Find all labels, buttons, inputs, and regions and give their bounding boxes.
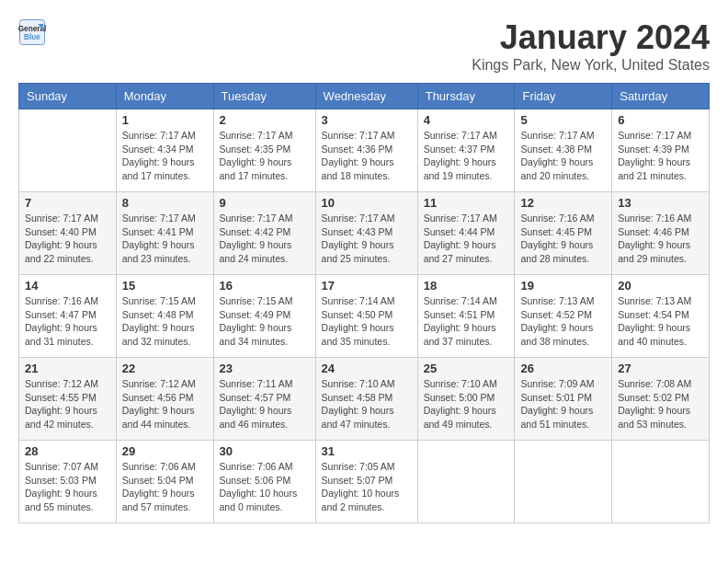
day-info: Sunrise: 7:13 AMSunset: 4:54 PMDaylight:… — [618, 294, 703, 349]
day-number: 22 — [122, 362, 208, 375]
day-number: 15 — [122, 279, 208, 293]
col-tuesday: Tuesday — [213, 84, 315, 109]
svg-text:Blue: Blue — [24, 33, 40, 41]
day-info: Sunrise: 7:17 AMSunset: 4:37 PMDaylight:… — [424, 129, 509, 183]
day-number: 28 — [25, 444, 110, 458]
day-number: 6 — [618, 113, 703, 127]
day-number: 4 — [424, 113, 509, 127]
calendar-cell: 15Sunrise: 7:15 AMSunset: 4:48 PMDayligh… — [116, 275, 213, 358]
logo: General Blue — [18, 18, 46, 46]
calendar-cell: 21Sunrise: 7:12 AMSunset: 4:55 PMDayligh… — [19, 358, 117, 441]
day-number: 3 — [322, 113, 412, 127]
calendar-cell: 11Sunrise: 7:17 AMSunset: 4:44 PMDayligh… — [417, 192, 515, 275]
day-number: 24 — [322, 362, 412, 375]
day-info: Sunrise: 7:14 AMSunset: 4:50 PMDaylight:… — [322, 294, 412, 349]
day-info: Sunrise: 7:05 AMSunset: 5:07 PMDaylight:… — [322, 460, 412, 514]
calendar-table: Sunday Monday Tuesday Wednesday Thursday… — [18, 83, 710, 523]
col-saturday: Saturday — [612, 84, 710, 109]
day-number: 14 — [25, 279, 110, 293]
day-info: Sunrise: 7:17 AMSunset: 4:34 PMDaylight:… — [122, 129, 208, 183]
calendar-cell: 8Sunrise: 7:17 AMSunset: 4:41 PMDaylight… — [116, 192, 213, 275]
day-number: 25 — [424, 362, 509, 375]
day-number: 29 — [122, 444, 208, 458]
day-number: 27 — [618, 362, 703, 375]
day-info: Sunrise: 7:17 AMSunset: 4:40 PMDaylight:… — [25, 212, 110, 266]
calendar-cell — [417, 441, 515, 523]
day-number: 16 — [220, 279, 310, 293]
calendar-cell: 17Sunrise: 7:14 AMSunset: 4:50 PMDayligh… — [315, 275, 417, 358]
calendar-cell — [515, 441, 612, 523]
calendar-cell: 19Sunrise: 7:13 AMSunset: 4:52 PMDayligh… — [515, 275, 612, 358]
calendar-cell: 2Sunrise: 7:17 AMSunset: 4:35 PMDaylight… — [213, 109, 315, 192]
calendar-cell: 5Sunrise: 7:17 AMSunset: 4:38 PMDaylight… — [515, 109, 612, 192]
calendar-cell: 6Sunrise: 7:17 AMSunset: 4:39 PMDaylight… — [612, 109, 710, 192]
calendar-cell: 12Sunrise: 7:16 AMSunset: 4:45 PMDayligh… — [515, 192, 612, 275]
day-info: Sunrise: 7:17 AMSunset: 4:36 PMDaylight:… — [322, 129, 412, 183]
week-row-5: 28Sunrise: 7:07 AMSunset: 5:03 PMDayligh… — [19, 441, 710, 523]
day-info: Sunrise: 7:11 AMSunset: 4:57 PMDaylight:… — [220, 377, 310, 431]
day-number: 9 — [220, 196, 310, 210]
day-number: 8 — [122, 196, 208, 210]
calendar-cell: 13Sunrise: 7:16 AMSunset: 4:46 PMDayligh… — [612, 192, 710, 275]
day-number: 30 — [220, 444, 310, 458]
day-info: Sunrise: 7:17 AMSunset: 4:42 PMDaylight:… — [220, 212, 310, 266]
calendar-cell — [612, 441, 710, 523]
calendar-cell: 14Sunrise: 7:16 AMSunset: 4:47 PMDayligh… — [19, 275, 117, 358]
col-thursday: Thursday — [417, 84, 515, 109]
day-info: Sunrise: 7:17 AMSunset: 4:44 PMDaylight:… — [424, 212, 509, 266]
col-friday: Friday — [515, 84, 612, 109]
day-number: 1 — [122, 113, 208, 127]
page-container: General Blue January 2024 Kings Park, Ne… — [18, 18, 710, 523]
day-info: Sunrise: 7:17 AMSunset: 4:38 PMDaylight:… — [520, 129, 606, 183]
day-info: Sunrise: 7:15 AMSunset: 4:49 PMDaylight:… — [220, 294, 310, 349]
calendar-cell: 24Sunrise: 7:10 AMSunset: 4:58 PMDayligh… — [315, 358, 417, 441]
col-wednesday: Wednesday — [315, 84, 417, 109]
day-number: 19 — [520, 279, 606, 293]
day-number: 11 — [424, 196, 509, 210]
day-number: 13 — [618, 196, 703, 210]
calendar-cell: 22Sunrise: 7:12 AMSunset: 4:56 PMDayligh… — [116, 358, 213, 441]
day-number: 12 — [520, 196, 606, 210]
title-section: January 2024 Kings Park, New York, Unite… — [472, 18, 710, 74]
day-info: Sunrise: 7:17 AMSunset: 4:35 PMDaylight:… — [220, 129, 310, 183]
col-monday: Monday — [116, 84, 213, 109]
day-number: 5 — [520, 113, 606, 127]
calendar-cell — [19, 109, 117, 192]
calendar-cell: 10Sunrise: 7:17 AMSunset: 4:43 PMDayligh… — [315, 192, 417, 275]
calendar-cell: 25Sunrise: 7:10 AMSunset: 5:00 PMDayligh… — [417, 358, 515, 441]
calendar-cell: 26Sunrise: 7:09 AMSunset: 5:01 PMDayligh… — [515, 358, 612, 441]
day-number: 26 — [520, 362, 606, 375]
col-sunday: Sunday — [19, 84, 117, 109]
day-info: Sunrise: 7:10 AMSunset: 5:00 PMDaylight:… — [424, 377, 509, 431]
day-info: Sunrise: 7:12 AMSunset: 4:56 PMDaylight:… — [122, 377, 208, 431]
day-info: Sunrise: 7:16 AMSunset: 4:45 PMDaylight:… — [520, 212, 606, 266]
day-number: 10 — [322, 196, 412, 210]
calendar-cell: 7Sunrise: 7:17 AMSunset: 4:40 PMDaylight… — [19, 192, 117, 275]
day-info: Sunrise: 7:15 AMSunset: 4:48 PMDaylight:… — [122, 294, 208, 349]
day-info: Sunrise: 7:16 AMSunset: 4:47 PMDaylight:… — [25, 294, 110, 349]
day-info: Sunrise: 7:06 AMSunset: 5:04 PMDaylight:… — [122, 460, 208, 514]
day-number: 31 — [322, 444, 412, 458]
week-row-3: 14Sunrise: 7:16 AMSunset: 4:47 PMDayligh… — [19, 275, 710, 358]
day-info: Sunrise: 7:17 AMSunset: 4:39 PMDaylight:… — [618, 129, 703, 183]
calendar-cell: 29Sunrise: 7:06 AMSunset: 5:04 PMDayligh… — [116, 441, 213, 523]
calendar-cell: 9Sunrise: 7:17 AMSunset: 4:42 PMDaylight… — [213, 192, 315, 275]
calendar-cell: 18Sunrise: 7:14 AMSunset: 4:51 PMDayligh… — [417, 275, 515, 358]
calendar-cell: 27Sunrise: 7:08 AMSunset: 5:02 PMDayligh… — [612, 358, 710, 441]
day-number: 7 — [25, 196, 110, 210]
day-number: 2 — [220, 113, 310, 127]
calendar-cell: 31Sunrise: 7:05 AMSunset: 5:07 PMDayligh… — [315, 441, 417, 523]
week-row-1: 1Sunrise: 7:17 AMSunset: 4:34 PMDaylight… — [19, 109, 710, 192]
header: General Blue January 2024 Kings Park, Ne… — [18, 18, 710, 74]
day-info: Sunrise: 7:16 AMSunset: 4:46 PMDaylight:… — [618, 212, 703, 266]
day-info: Sunrise: 7:09 AMSunset: 5:01 PMDaylight:… — [520, 377, 606, 431]
day-info: Sunrise: 7:14 AMSunset: 4:51 PMDaylight:… — [424, 294, 509, 349]
logo-icon: General Blue — [18, 18, 46, 46]
day-info: Sunrise: 7:17 AMSunset: 4:41 PMDaylight:… — [122, 212, 208, 266]
calendar-cell: 30Sunrise: 7:06 AMSunset: 5:06 PMDayligh… — [213, 441, 315, 523]
day-number: 23 — [220, 362, 310, 375]
day-info: Sunrise: 7:08 AMSunset: 5:02 PMDaylight:… — [618, 377, 703, 431]
week-row-4: 21Sunrise: 7:12 AMSunset: 4:55 PMDayligh… — [19, 358, 710, 441]
day-number: 17 — [322, 279, 412, 293]
calendar-cell: 1Sunrise: 7:17 AMSunset: 4:34 PMDaylight… — [116, 109, 213, 192]
